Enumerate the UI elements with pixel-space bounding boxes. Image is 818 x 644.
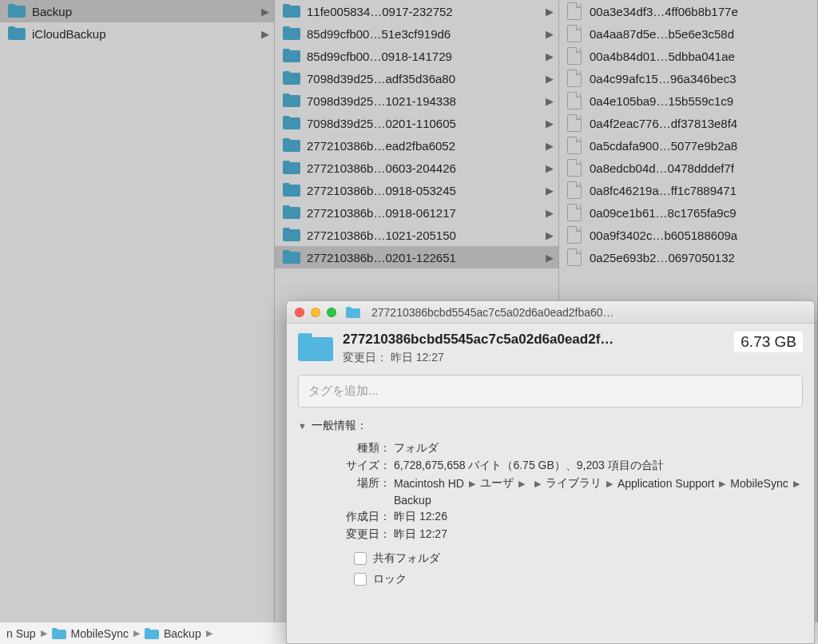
file-icon bbox=[567, 248, 582, 266]
folder-icon bbox=[283, 138, 300, 153]
folder-row[interactable]: iCloudBackup▶ bbox=[0, 22, 274, 45]
checkbox[interactable] bbox=[354, 573, 367, 586]
path-segment[interactable]: MobileSync bbox=[52, 627, 129, 640]
where-row: 場所： Macintosh HD▶ユーザ▶▶ライブラリ▶Application … bbox=[298, 475, 803, 508]
close-button[interactable] bbox=[295, 308, 304, 317]
chevron-right-icon: ▶ bbox=[518, 479, 525, 489]
modified-row: 変更日： 昨日 12:27 bbox=[298, 526, 803, 543]
chevron-right-icon: ▶ bbox=[534, 479, 541, 489]
value: Macintosh HD▶ユーザ▶▶ライブラリ▶Application Supp… bbox=[394, 476, 803, 507]
chevron-right-icon: ▶ bbox=[206, 628, 212, 638]
chevron-right-icon: ▶ bbox=[546, 229, 554, 241]
tags-field[interactable]: タグを追加... bbox=[298, 375, 803, 407]
zoom-button[interactable] bbox=[327, 308, 336, 317]
folder-icon bbox=[298, 333, 333, 362]
item-name: 277210386b…ead2fba6052 bbox=[307, 139, 542, 153]
file-row[interactable]: 0a4c99afc15…96a346bec3 bbox=[559, 67, 817, 89]
chevron-right-icon: ▶ bbox=[469, 479, 475, 489]
shared-folder-checkbox-row[interactable]: 共有フォルダ bbox=[354, 548, 803, 569]
path-part: ライブラリ bbox=[546, 476, 602, 491]
file-row[interactable]: 0a4e105ba9…15b559c1c9 bbox=[559, 89, 817, 112]
file-row[interactable]: 0a8edcb04d…0478dddef7f bbox=[559, 157, 817, 179]
chevron-right-icon: ▶ bbox=[546, 50, 554, 62]
folder-row[interactable]: Backup▶ bbox=[0, 0, 274, 22]
folder-row[interactable]: 85d99cfb00…0918-141729▶ bbox=[275, 45, 558, 67]
file-row[interactable]: 00a3e34df3…4ff06b8b177e bbox=[559, 0, 817, 22]
file-icon bbox=[567, 2, 582, 20]
chevron-right-icon: ▶ bbox=[546, 252, 554, 264]
modified-summary: 変更日： 昨日 12:27 bbox=[343, 351, 725, 365]
folder-icon bbox=[283, 116, 300, 130]
folder-row[interactable]: 277210386b…0201-122651▶ bbox=[275, 246, 558, 268]
checkbox-label: 共有フォルダ bbox=[373, 551, 440, 566]
get-info-window: 277210386bcbd5545ac7c5a02d6a0ead2fba60… … bbox=[286, 300, 815, 644]
folder-icon bbox=[145, 628, 159, 639]
folder-icon bbox=[283, 26, 300, 41]
folder-row[interactable]: 277210386b…ead2fba6052▶ bbox=[275, 134, 558, 157]
folder-icon bbox=[52, 628, 66, 639]
file-row[interactable]: 00a4b84d01…5dbba041ae bbox=[559, 45, 817, 67]
file-row[interactable]: 0a25e693b2…0697050132 bbox=[559, 246, 817, 268]
file-row[interactable]: 0a5cdafa900…5077e9b2a8 bbox=[559, 134, 817, 157]
checkbox-label: ロック bbox=[373, 572, 407, 586]
folder-row[interactable]: 85d99cfb00…51e3cf919d6▶ bbox=[275, 22, 558, 45]
path-part: Macintosh HD bbox=[394, 477, 464, 490]
traffic-lights bbox=[295, 308, 336, 317]
info-header: 277210386bcbd5545ac7c5a02d6a0ead2f… 変更日：… bbox=[287, 324, 814, 370]
general-section: ▼ 一般情報： 種類： フォルダ サイズ： 6,728,675,658 バイト（… bbox=[287, 415, 814, 590]
item-name: 0a4e105ba9…15b559c1c9 bbox=[590, 94, 812, 108]
folder-row[interactable]: 7098d39d25…adf35d36a80▶ bbox=[275, 67, 558, 89]
chevron-right-icon: ▶ bbox=[546, 95, 554, 107]
minimize-button[interactable] bbox=[311, 308, 320, 317]
column-1: Backup▶iCloudBackup▶ bbox=[0, 0, 275, 644]
file-row[interactable]: 0a8fc46219a…ff1c7889471 bbox=[559, 179, 817, 201]
disclosure-triangle-icon[interactable]: ▼ bbox=[298, 421, 307, 431]
path-segment[interactable]: n Sup bbox=[6, 627, 36, 640]
folder-row[interactable]: 277210386b…0918-053245▶ bbox=[275, 179, 558, 201]
titlebar[interactable]: 277210386bcbd5545ac7c5a02d6a0ead2fba60… bbox=[287, 301, 814, 324]
folder-row[interactable]: 7098d39d25…1021-194338▶ bbox=[275, 89, 558, 112]
folder-icon bbox=[283, 183, 300, 197]
file-row[interactable]: 0a4f2eac776…df37813e8f4 bbox=[559, 112, 817, 134]
path-part: MobileSync bbox=[730, 477, 788, 490]
path-label: Backup bbox=[164, 627, 201, 640]
path-segment[interactable]: Backup bbox=[145, 627, 201, 640]
size-row: サイズ： 6,728,675,658 バイト（6.75 GB）、9,203 項目… bbox=[298, 457, 803, 475]
path-part: Application Support bbox=[617, 477, 714, 490]
folder-icon bbox=[283, 93, 300, 108]
folder-row[interactable]: 277210386b…0918-061217▶ bbox=[275, 201, 558, 224]
value: 6,728,675,658 バイト（6.75 GB）、9,203 項目の合計 bbox=[394, 459, 803, 473]
locked-checkbox-row[interactable]: ロック bbox=[354, 569, 803, 590]
chevron-right-icon: ▶ bbox=[546, 73, 554, 85]
folder-row[interactable]: 277210386b…1021-205150▶ bbox=[275, 224, 558, 246]
value: 昨日 12:26 bbox=[394, 510, 803, 524]
window-title: 277210386bcbd5545ac7c5a02d6a0ead2fba60… bbox=[371, 306, 806, 319]
chevron-right-icon: ▶ bbox=[41, 628, 47, 638]
folder-icon bbox=[283, 250, 300, 264]
file-icon bbox=[567, 70, 582, 87]
folder-icon bbox=[283, 161, 300, 175]
label: 作成日： bbox=[298, 510, 394, 524]
item-name: 277210386b…1021-205150 bbox=[307, 229, 542, 242]
path-label: MobileSync bbox=[71, 627, 129, 640]
item-name: 85d99cfb00…51e3cf919d6 bbox=[307, 27, 542, 41]
path-part: ユーザ bbox=[480, 476, 514, 491]
file-icon bbox=[567, 181, 582, 199]
label: 変更日： bbox=[298, 527, 394, 542]
checkbox[interactable] bbox=[354, 552, 367, 565]
file-icon bbox=[567, 159, 582, 177]
chevron-right-icon: ▶ bbox=[719, 479, 725, 489]
item-name: 277210386b…0201-122651 bbox=[307, 251, 542, 264]
file-row[interactable]: 00a9f3402c…b605188609a bbox=[559, 224, 817, 246]
file-row[interactable]: 0a09ce1b61…8c1765fa9c9 bbox=[559, 201, 817, 224]
label: 場所： bbox=[298, 476, 394, 507]
chevron-right-icon: ▶ bbox=[606, 479, 613, 489]
file-row[interactable]: 0a4aa87d5e…b5e6e3c58d bbox=[559, 22, 817, 45]
section-header[interactable]: ▼ 一般情報： bbox=[298, 419, 803, 433]
chevron-right-icon: ▶ bbox=[546, 162, 554, 174]
item-name: 0a5cdafa900…5077e9b2a8 bbox=[590, 139, 812, 153]
item-name: 0a8edcb04d…0478dddef7f bbox=[590, 161, 812, 175]
folder-row[interactable]: 7098d39d25…0201-110605▶ bbox=[275, 112, 558, 134]
folder-row[interactable]: 277210386b…0603-204426▶ bbox=[275, 157, 558, 179]
folder-row[interactable]: 11fe005834…0917-232752▶ bbox=[275, 0, 558, 22]
